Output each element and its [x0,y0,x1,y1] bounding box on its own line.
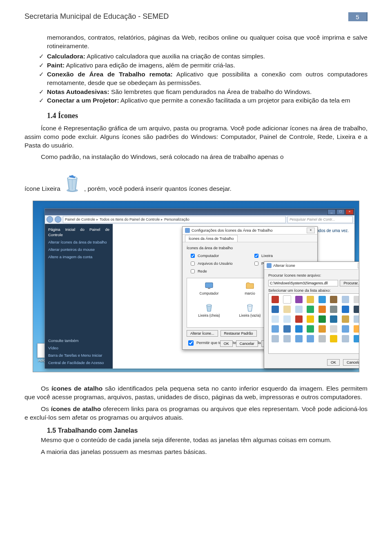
heading-1-5: 1.5 Trabalhando com Janelas [47,426,368,435]
close-button[interactable]: × [345,209,354,215]
search-input[interactable]: Pesquisar Painel de Contr... [287,216,353,223]
para-atalho-1: Os ícones de atalho são identificados pe… [24,384,368,402]
close-button[interactable]: × [358,263,359,268]
svg-rect-3 [208,288,210,289]
sidebar-link[interactable]: Central de Facilidade de Acesso [48,360,109,366]
lixeira-text-post: , porém, você poderá inserir quantos íco… [84,185,232,193]
breadcrumb[interactable]: Painel de Controle▸ Todos os Itens do Pa… [63,216,286,223]
item-notas: Notas Autoadesivas: São lembretes que fi… [47,88,368,96]
para-padrao: Como padrão, na instalação do Windows, s… [24,153,368,161]
icon-list[interactable] [268,293,359,354]
dialog-title: Alterar Ícone [273,263,295,268]
checkbox-rede[interactable]: Rede [189,268,249,275]
heading-1-4: 1.4 Ícones [47,111,368,121]
nav-forward-icon[interactable] [55,216,61,223]
check-icon: ✓ [39,61,47,70]
cancel-button[interactable]: Cancelar [236,340,258,347]
nav-back-icon[interactable] [47,216,53,223]
sidebar-link[interactable]: Barra de Tarefas e Menu Iniciar [48,353,109,358]
item-projetor: Conectar a um Projetor: Aplicativo que p… [47,96,368,105]
dialog-icon [185,228,190,233]
change-icon-dialog: Alterar Ícone× Procurar ícones neste arq… [264,261,359,369]
svg-point-7 [247,304,252,306]
ok-button[interactable]: OK [327,359,340,366]
page-number: 5 [348,12,368,21]
check-icon: ✓ [39,70,47,87]
restore-default-button[interactable]: Restaurar Padrão [220,330,257,337]
control-panel-sidebar: Página Inicial do Painel de Controle Alt… [45,224,113,369]
sidebar-link[interactable]: Altere a imagem da conta [48,255,109,260]
sidebar-subtitle: Consulte também [48,338,109,344]
check-icon: ✓ [39,88,47,96]
check-icon: ✓ [39,52,47,61]
group-label: Ícones da área de trabalho [187,246,313,251]
dialog-title: Configurações dos Ícones da Área de Trab… [192,228,273,233]
sidebar-link[interactable]: Alterar ponteiros do mouse [48,247,109,253]
close-button[interactable]: × [307,228,315,233]
windows-screenshot: Adição Alterando os ícones da área... _ … [33,201,359,372]
checkbox-computador[interactable]: Computador [189,253,249,259]
control-panel-window: _ □ × Painel de Controle▸ Todos os Itens… [45,208,355,369]
tab[interactable]: Ícones da Área de Trabalho [185,235,238,242]
sidebar-link[interactable]: Alterar ícones da área de trabalho [48,240,109,245]
sidebar-title: Página Inicial do Painel de Controle [48,227,109,238]
ok-button[interactable]: OK [220,340,233,347]
check-icon: ✓ [39,96,47,105]
label: Procurar ícones neste arquivo: [268,273,359,278]
label: Selecionar um ícone da lista abaixo: [268,288,359,293]
para-janelas-1: Mesmo que o conteúdo de cada janela seja… [24,436,368,445]
para-atalho-2: Os ícones de atalho oferecem links para … [24,405,368,422]
item-conexao-remota: Conexão de Área de Trabalho remota: Apli… [47,70,368,87]
change-icon-button[interactable]: Alterar Ícone... [187,330,218,337]
item-calculadora: Calculadora: Aplicativo calculadora que … [47,52,368,61]
maximize-button[interactable]: □ [336,209,345,215]
intro-continuation: memorandos, contratos, relatórios, págin… [47,34,368,51]
sidebar-link[interactable]: Vídeo [48,346,109,351]
svg-point-6 [207,304,212,306]
lixeira-text-pre: ícone Lixeira [24,185,60,193]
browse-button[interactable]: Procurar... [340,280,359,286]
para-icones-def: Ícone é Representação gráfica de um arqu… [24,124,368,150]
dialog-icon [267,263,272,268]
minimize-button[interactable]: _ [327,209,336,215]
doc-header: Secretaria Municipal de Educação - SEMED [24,12,348,21]
cancel-button[interactable]: Cancelar [343,359,359,366]
checkbox-lixeira[interactable]: Lixeira [253,253,313,259]
checkbox-arquivos[interactable]: Arquivos do Usuário [189,260,249,267]
recycle-bin-icon [64,174,81,193]
icon-path-input[interactable] [268,280,338,286]
para-janelas-2: A maioria das janelas possuem as mesmas … [24,448,368,456]
item-paint: Paint: Aplicativo para edição de imagens… [47,61,368,70]
svg-rect-2 [205,283,213,288]
